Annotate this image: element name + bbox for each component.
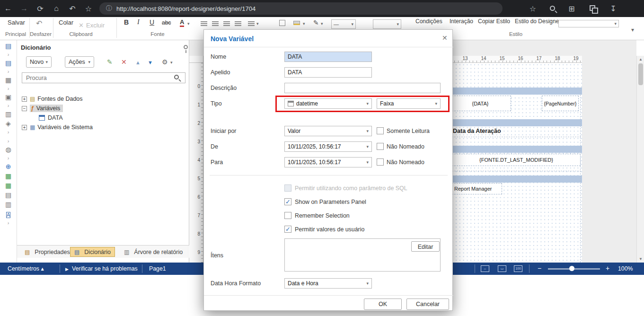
- maps-icon[interactable]: ⊕: [6, 163, 11, 171]
- bands-icon[interactable]: ▣: [5, 93, 11, 101]
- move-down-icon[interactable]: ▼: [148, 60, 153, 65]
- bookmark-star-icon[interactable]: ☆: [80, 4, 97, 13]
- alteracao-title-text[interactable]: Data da Ateração: [453, 128, 501, 134]
- expander-icon[interactable]: +: [22, 125, 27, 130]
- font-color-button[interactable]: A: [180, 18, 184, 27]
- table-icon[interactable]: ▦: [5, 172, 11, 180]
- fonte-cell[interactable]: {FONTE.DT_LAST_MODIFIED}: [452, 154, 581, 166]
- data-cell[interactable]: {DATA}: [450, 96, 511, 111]
- de-select[interactable]: 10/11/2025, 10:56:17▾: [284, 141, 372, 152]
- chevron-icon[interactable]: ›: [8, 52, 9, 58]
- list-icon[interactable]: ▥: [5, 201, 11, 209]
- zoom-slider-handle[interactable]: [569, 266, 574, 271]
- close-icon[interactable]: ✕: [442, 34, 448, 42]
- align-center-icon[interactable]: [212, 20, 219, 28]
- expander-icon[interactable]: −: [22, 106, 27, 111]
- forward-icon[interactable]: →: [16, 4, 32, 13]
- apps-grid-icon[interactable]: ⊞: [564, 4, 580, 13]
- vertical-scrollbar[interactable]: ▲ ▼: [636, 56, 644, 263]
- chevron-icon[interactable]: ›: [8, 129, 9, 135]
- de-nao-nomeado-checkbox[interactable]: [377, 143, 384, 150]
- page-tab[interactable]: Page1: [149, 265, 166, 272]
- chevron-icon[interactable]: ›: [8, 69, 9, 75]
- search-input[interactable]: [22, 72, 185, 83]
- text-brush-caret-icon[interactable]: ▾: [321, 21, 323, 26]
- italic-button[interactable]: I: [137, 18, 140, 26]
- download-icon[interactable]: ↧: [605, 4, 621, 13]
- interaction-button[interactable]: Interação: [450, 18, 473, 25]
- chevron-icon[interactable]: ›: [8, 103, 9, 109]
- chevron-icon[interactable]: ›: [8, 138, 9, 144]
- fit-page-icon[interactable]: ▭: [498, 265, 506, 272]
- para-nao-nomeado-checkbox[interactable]: [377, 158, 384, 166]
- scroll-down-icon[interactable]: ▼: [637, 257, 644, 261]
- page-info-icon[interactable]: ⓘ: [106, 4, 112, 13]
- new-button[interactable]: Novo▾: [26, 56, 52, 68]
- align-justify-icon[interactable]: [235, 20, 241, 28]
- undo-arrow-icon[interactable]: ↶: [36, 19, 42, 28]
- undo-icon[interactable]: ↶: [64, 4, 80, 13]
- fill-color-caret-icon[interactable]: ▾: [303, 21, 305, 26]
- delete-icon[interactable]: ✕: [121, 58, 127, 66]
- scroll-up-icon[interactable]: ▲: [637, 57, 644, 61]
- actions-button[interactable]: Ações▾: [65, 56, 94, 68]
- fill-color-icon[interactable]: [293, 21, 300, 25]
- border-width-select[interactable]: ▾: [373, 19, 401, 29]
- copy-style-button[interactable]: Copiar Estilo: [478, 18, 510, 25]
- tab-propriedades[interactable]: ▤ Propriedades: [21, 247, 74, 257]
- screenshot-icon[interactable]: [582, 4, 603, 13]
- text-a-icon[interactable]: A: [6, 210, 10, 219]
- cancel-button[interactable]: Cancelar: [406, 298, 449, 310]
- line-spacing-caret-icon[interactable]: ▾: [256, 21, 259, 26]
- settings-gear-icon[interactable]: ⚙: [162, 58, 168, 66]
- paste-button[interactable]: Colar: [59, 19, 73, 26]
- expander-icon[interactable]: +: [22, 97, 27, 102]
- report-setup-icon[interactable]: ▤: [5, 42, 11, 50]
- show-on-parameters-panel-checkbox[interactable]: [284, 198, 291, 205]
- delete-button[interactable]: Excluir: [86, 22, 105, 29]
- pin-icon[interactable]: [184, 45, 188, 49]
- tab-arvore-de-relatorio[interactable]: ▥ Árvore de relatório: [120, 247, 186, 257]
- style-select[interactable]: ▾: [558, 20, 619, 27]
- chevron-icon[interactable]: ›: [8, 86, 9, 92]
- tab-dicionario[interactable]: ▤ Dicionário: [70, 247, 115, 257]
- edit-pencil-icon[interactable]: ✎: [107, 58, 113, 66]
- collapse-ribbon-icon[interactable]: ▾: [631, 26, 634, 33]
- tree-item-fontes-de-dados[interactable]: + ▤ Fontes de Dados: [17, 94, 189, 104]
- zoom-100-icon[interactable]: 100: [514, 265, 522, 272]
- search-icon[interactable]: [543, 4, 562, 13]
- refresh-icon[interactable]: ⟳: [32, 4, 48, 13]
- search-magnifier-icon[interactable]: [174, 75, 179, 79]
- designer-style-button[interactable]: Estilo do Designer: [515, 18, 561, 25]
- iniciar-por-select[interactable]: Valor▾: [284, 126, 372, 136]
- fit-width-icon[interactable]: ↔: [481, 265, 489, 272]
- remember-selection-checkbox[interactable]: [284, 212, 291, 219]
- check-problems-button[interactable]: Verificar se há problemas: [72, 265, 138, 272]
- chevron-icon[interactable]: ›: [8, 155, 9, 161]
- strikethrough-button[interactable]: abc: [162, 19, 171, 26]
- settings-caret-icon[interactable]: ▾: [170, 60, 173, 65]
- nome-input[interactable]: [284, 52, 372, 62]
- url-text[interactable]: http://localhost:8080/report-designer/de…: [116, 5, 256, 12]
- text-brush-icon[interactable]: ✎: [313, 19, 319, 26]
- conditions-button[interactable]: Condições: [415, 18, 442, 25]
- borders-icon[interactable]: [279, 20, 285, 26]
- tree-item-data-variable[interactable]: DATA: [17, 113, 189, 123]
- home-icon[interactable]: ⌂: [48, 4, 64, 13]
- ok-button[interactable]: OK: [364, 298, 402, 310]
- page-number-cell[interactable]: {PageNumber}: [542, 96, 579, 111]
- favorite-star-icon[interactable]: ☆: [525, 4, 541, 13]
- align-left-icon[interactable]: [201, 20, 207, 28]
- apelido-input[interactable]: [284, 67, 372, 78]
- border-style-select[interactable]: —▾: [331, 19, 356, 29]
- address-bar[interactable]: ⓘ http://localhost:8080/report-designer/…: [99, 2, 503, 15]
- units-button[interactable]: Centímetros ▴: [8, 265, 44, 272]
- line-spacing-icon[interactable]: [248, 20, 255, 28]
- back-icon[interactable]: ←: [0, 4, 16, 13]
- shapes-icon[interactable]: ◈: [6, 120, 11, 128]
- strip-collapse-icon[interactable]: ›: [8, 220, 9, 226]
- tree-item-variaveis[interactable]: − ƒ Variáveis: [17, 104, 189, 113]
- underline-button[interactable]: U: [150, 18, 154, 26]
- report-manager-cell[interactable]: Report Manager: [452, 183, 502, 194]
- tree-item-variaveis-de-sistema[interactable]: + ▦ Variáveis de Sistema: [17, 123, 189, 132]
